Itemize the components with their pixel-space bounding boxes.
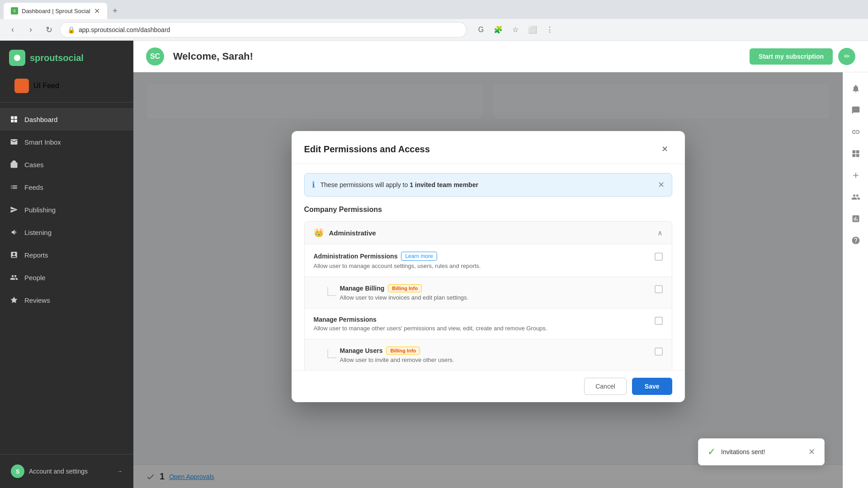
sidebar-item-smart-inbox[interactable]: Smart Inbox [0, 131, 133, 153]
manage-permissions-name: Manage Permissions [314, 316, 647, 323]
right-sidebar-notifications[interactable] [847, 80, 865, 98]
main-header: SC Welcome, Sarah! Start my subscription… [133, 41, 868, 72]
sidebar-label-cases: Cases [24, 161, 44, 169]
right-sidebar-add[interactable] [847, 166, 865, 184]
sidebar-label-feeds: Feeds [24, 183, 43, 191]
ui-feed-icon [14, 79, 29, 93]
start-subscription-button[interactable]: Start my subscription [750, 48, 833, 65]
forward-button[interactable]: › [24, 23, 38, 37]
right-sidebar-analytics[interactable] [847, 210, 865, 228]
modal-title: Edit Permissions and Access [304, 144, 430, 155]
manage-billing-checkbox[interactable] [655, 285, 663, 293]
admin-permissions-name: Administration Permissions Learn more [314, 252, 647, 261]
people-icon [9, 272, 19, 282]
company-permissions-title: Company Permissions [304, 206, 672, 214]
right-sidebar-link[interactable] [847, 123, 865, 141]
administrative-section-chevron: ∧ [657, 229, 663, 237]
bookmark-button[interactable]: ☆ [508, 23, 523, 37]
account-label: Account and settings [29, 468, 88, 475]
sidebar-item-listening[interactable]: Listening [0, 221, 133, 244]
sidebar-item-reports[interactable]: Reports [0, 244, 133, 266]
ui-feed-label: UI Feed [33, 82, 59, 90]
admin-learn-more-link[interactable]: Learn more [401, 252, 437, 261]
edit-permissions-modal: Edit Permissions and Access ✕ ℹ These pe… [292, 131, 685, 402]
new-tab-button[interactable]: + [109, 5, 122, 17]
administrative-section-header[interactable]: 👑 Administrative ∧ [305, 221, 672, 244]
logo-text: sproutsocial [30, 53, 84, 63]
more-tools-button[interactable]: ⋮ [542, 23, 557, 37]
extensions-button[interactable]: 🧩 [491, 23, 505, 37]
manage-users-name: Manage Users Billing Info [340, 347, 647, 355]
sidebar-item-reviews[interactable]: Reviews [0, 289, 133, 311]
sidebar-label-people: People [24, 274, 46, 282]
sidebar-label-listening: Listening [24, 229, 52, 236]
sproutsocial-logo-icon [9, 50, 25, 66]
manage-permissions-checkbox[interactable] [655, 317, 663, 325]
info-banner-close[interactable]: ✕ [658, 180, 665, 190]
welcome-text: Welcome, Sarah! [173, 51, 253, 62]
cases-icon [9, 160, 19, 169]
sidebar-logo: sproutsocial [0, 41, 133, 73]
right-sidebar-users[interactable] [847, 188, 865, 206]
sidebar-item-cases[interactable]: Cases [0, 153, 133, 176]
admin-permissions-checkbox[interactable] [655, 253, 663, 261]
sidebar-label-dashboard: Dashboard [24, 116, 57, 123]
active-tab[interactable]: S Dashboard | Sprout Social ✕ [4, 3, 107, 19]
administrative-section: 👑 Administrative ∧ Administration Permis… [304, 221, 672, 370]
edit-profile-button[interactable]: ✏ [838, 48, 855, 65]
manage-users-checkbox[interactable] [655, 347, 663, 356]
close-tab-button[interactable]: ✕ [94, 7, 100, 15]
manage-permissions-row: Manage Permissions Allow user to manage … [305, 308, 672, 339]
listening-icon [9, 227, 19, 237]
sidebar-item-people[interactable]: People [0, 266, 133, 289]
admin-permissions-row: Administration Permissions Learn more Al… [305, 244, 672, 277]
manage-billing-badge: Billing Info [388, 284, 422, 292]
sidebar-divider [0, 102, 133, 103]
dashboard-icon [9, 114, 19, 124]
sidebar-item-dashboard[interactable]: Dashboard [0, 108, 133, 131]
manage-users-info: Manage Users Billing Info Allow user to … [340, 347, 647, 363]
sidebar-item-ui-feed[interactable]: UI Feed [5, 75, 128, 97]
info-banner-text: These permissions will apply to 1 invite… [321, 181, 652, 188]
cancel-button[interactable]: Cancel [584, 378, 627, 395]
modal-close-button[interactable]: ✕ [658, 142, 672, 156]
sidebar-item-feeds[interactable]: Feeds [0, 176, 133, 198]
reports-icon [9, 250, 19, 260]
address-bar[interactable]: 🔒 app.sproutsocial.com/dashboard [60, 22, 467, 38]
google-icon[interactable]: G [474, 23, 488, 37]
right-sidebar-chat[interactable] [847, 101, 865, 119]
sidebar-item-publishing[interactable]: Publishing [0, 198, 133, 221]
account-avatar: S [11, 465, 24, 478]
admin-permissions-info: Administration Permissions Learn more Al… [314, 252, 647, 269]
toast-message: Invitations sent! [721, 448, 765, 455]
admin-permissions-desc: Allow user to manage account settings, u… [314, 263, 647, 269]
tab-favicon: S [11, 7, 18, 14]
ssl-lock-icon: 🔒 [67, 26, 75, 33]
tab-title: Dashboard | Sprout Social [22, 8, 90, 14]
publishing-icon [9, 205, 19, 215]
administrative-section-icon: 👑 [314, 228, 324, 238]
reload-button[interactable]: ↻ [42, 23, 56, 37]
sidebar-label-reports: Reports [24, 251, 48, 259]
sidebar-nav: Dashboard Smart Inbox Cases Feeds [0, 106, 133, 454]
toast-success-icon: ✓ [708, 446, 716, 458]
sidebar: sproutsocial UI Feed Dashboard Smart Inb… [0, 41, 133, 488]
smart-inbox-icon [9, 137, 19, 147]
feeds-icon [9, 182, 19, 192]
sidebar-label-smart-inbox: Smart Inbox [24, 138, 61, 146]
cast-button[interactable]: ⬜ [525, 23, 540, 37]
manage-billing-desc: Allow user to view invoices and edit pla… [340, 294, 647, 301]
account-settings-item[interactable]: S Account and settings → [5, 460, 128, 483]
right-sidebar-grid[interactable] [847, 145, 865, 163]
toast-close-button[interactable]: ✕ [808, 447, 815, 457]
info-banner: ℹ These permissions will apply to 1 invi… [304, 173, 672, 197]
sub-indent-users [327, 349, 336, 358]
administrative-section-name: Administrative [329, 229, 652, 237]
toast-notification: ✓ Invitations sent! ✕ [698, 438, 825, 465]
manage-billing-info: Manage Billing Billing Info Allow user t… [340, 284, 647, 301]
save-button[interactable]: Save [632, 378, 672, 395]
right-sidebar-help[interactable] [847, 231, 865, 249]
back-button[interactable]: ‹ [5, 23, 20, 37]
manage-billing-row: Manage Billing Billing Info Allow user t… [305, 277, 672, 308]
sidebar-label-publishing: Publishing [24, 206, 56, 214]
